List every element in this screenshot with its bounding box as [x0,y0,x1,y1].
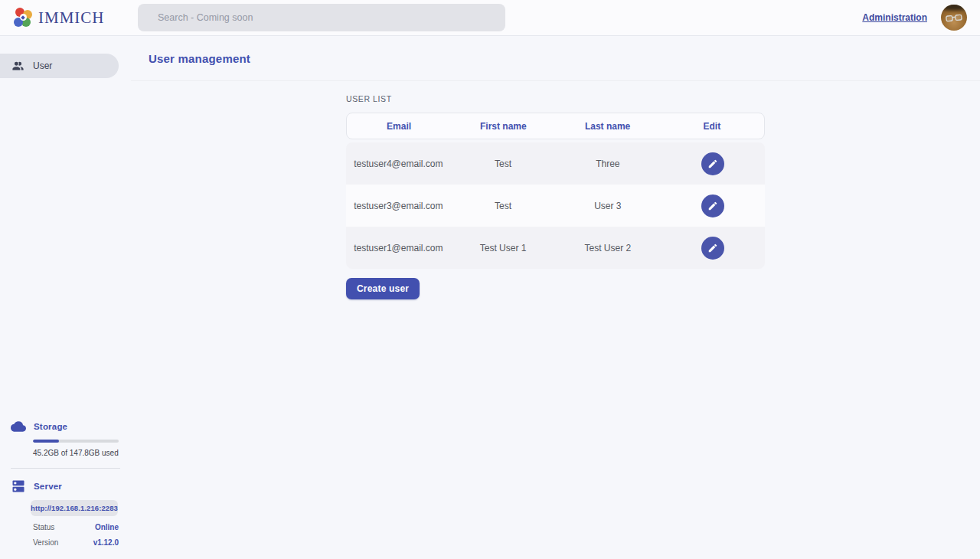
cell-first-name: Test [451,201,556,211]
pencil-icon [707,159,718,169]
cloud-icon [11,419,26,434]
cell-last-name: Test User 2 [556,243,661,253]
storage-usage-text: 45.2GB of 147.8GB used [33,449,120,457]
edit-user-button[interactable] [701,237,724,260]
status-value: Online [95,523,119,531]
users-icon [11,60,24,73]
title-bar: User management [131,36,980,81]
search-input[interactable] [138,4,505,31]
pencil-icon [707,243,718,253]
server-title: Server [34,482,62,491]
navbar-right: Administration [862,5,980,31]
server-block: Server http://192.168.1.216:2283 Status … [11,479,120,547]
cell-first-name: Test [451,159,556,169]
storage-title: Storage [34,422,67,431]
immich-logo-icon [14,8,32,27]
logo-wordmark: IMMICH [38,8,105,28]
edit-user-button[interactable] [701,152,724,175]
user-list-section: USER LIST Email First name Last name Edi… [346,94,765,299]
cell-email: testuser1@email.com [346,243,451,253]
storage-progress-fill [33,440,59,443]
server-status-row: Status Online [33,523,119,531]
storage-block: Storage 45.2GB of 147.8GB used [11,419,120,457]
sidebar-divider [11,468,120,469]
app-logo[interactable]: IMMICH [0,8,105,28]
cell-first-name: Test User 1 [451,243,556,253]
pencil-icon [707,201,718,211]
column-header-edit: Edit [660,121,764,132]
glasses-icon [946,14,963,23]
page-title: User management [149,52,250,65]
sidebar-item-user[interactable]: User [0,54,119,78]
cell-email: testuser3@email.com [346,201,451,211]
server-version-row: Version v1.12.0 [33,538,119,547]
column-header-email: Email [347,121,451,132]
administration-link[interactable]: Administration [862,12,927,23]
status-label: Status [33,523,54,531]
table-row: testuser1@email.com Test User 1 Test Use… [346,227,765,269]
sidebar: User Storage 45.2GB of 147.8GB used [0,36,131,559]
column-header-first-name: First name [451,121,555,132]
create-user-button[interactable]: Create user [346,278,420,299]
cell-last-name: User 3 [556,201,661,211]
table-row: testuser3@email.com Test User 3 [346,185,765,227]
edit-user-button[interactable] [701,195,724,217]
column-header-last-name: Last name [556,121,660,132]
section-label: USER LIST [346,94,765,103]
user-avatar[interactable] [941,5,967,31]
server-url-badge: http://192.168.1.216:2283 [31,500,118,516]
table-body: testuser4@email.com Test Three testuser3… [346,142,765,269]
table-header-row: Email First name Last name Edit [346,113,765,139]
version-label: Version [33,538,58,547]
table-row: testuser4@email.com Test Three [346,142,765,185]
cell-email: testuser4@email.com [346,159,451,169]
version-value: v1.12.0 [93,538,119,547]
cell-last-name: Three [556,159,661,169]
server-icon [11,479,26,494]
top-navbar: IMMICH Administration [0,0,980,36]
main-content: User management USER LIST Email First na… [131,36,980,559]
storage-progress-bar [33,440,119,443]
sidebar-footer: Storage 45.2GB of 147.8GB used Server ht… [0,419,131,559]
sidebar-item-label: User [33,60,52,71]
